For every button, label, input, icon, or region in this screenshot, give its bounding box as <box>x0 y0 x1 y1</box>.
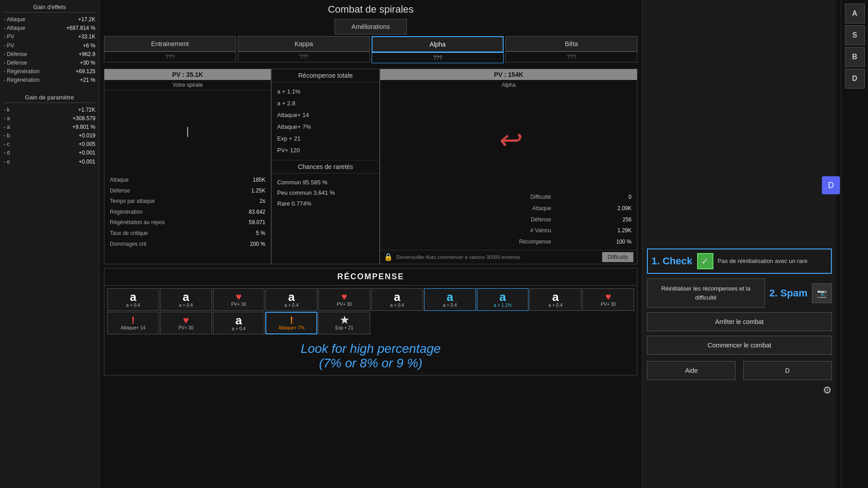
spam-step-label: 2. Spam <box>769 287 807 299</box>
sidebar-effet-row: - Défense+30 % <box>4 59 95 67</box>
enemy-stat-row: Difficulté0 <box>386 192 632 202</box>
far-right-panel: A S B D <box>841 0 868 488</box>
reward-cell[interactable]: a a + 0.4 <box>371 288 423 311</box>
sidebar-param-row: - k+1.72K <box>4 106 95 114</box>
tab-sub-0: ??? <box>104 52 236 62</box>
reward-cell[interactable]: a a + 0.4 <box>160 288 212 311</box>
sidebar-param-row: - a+9.801 % <box>4 123 95 131</box>
spam-section: Réinitialiser les récompenses et la diff… <box>647 278 832 308</box>
unlock-bar: 🔒 Déverrouiller Auto commencer à vaincre… <box>380 250 637 264</box>
player-hp-bar: PV : 35.1K <box>104 69 271 80</box>
reward-item: a + 1.1% <box>277 86 374 98</box>
player-stat-row: Dommages crit200 % <box>110 239 265 249</box>
reward-item: Exp + 21 <box>277 133 374 145</box>
reward-cell[interactable]: a a + 0.4 <box>424 288 476 311</box>
nav-tab-kappa: Kappa ??? <box>238 36 370 63</box>
reward-item: a + 2.8 <box>277 98 374 109</box>
player-stat-row: Temps par attaque2s <box>110 197 265 206</box>
right-panel-inner: 1. Check ✓ Pas de réinitialisation avec … <box>642 0 836 401</box>
reward-cell[interactable]: ♥ PV+ 30 <box>582 288 634 311</box>
discord-btn[interactable]: D <box>822 176 840 194</box>
sidebar-param-row: - e+0.001 <box>4 158 95 166</box>
enemy-stat-row: Récompense100 % <box>386 237 632 247</box>
far-right-a-btn[interactable]: A <box>845 4 865 23</box>
aide-btn[interactable]: Aide <box>647 361 736 380</box>
check-checkbox[interactable]: ✓ <box>697 253 713 269</box>
look-for-text: Look for high percentage(7% or 8% or 9 %… <box>104 337 637 375</box>
reward-section: RÉCOMPENSE a a + 0.4 a a + 0.4 ♥ PV+ 30 … <box>104 268 637 375</box>
reward-list: a + 1.1%a + 2.8Attaque+ 14Attaque+ 7%Exp… <box>272 82 379 160</box>
player-stat-row: Taux de critique5 % <box>110 229 265 239</box>
tab-main-3[interactable]: Bêta <box>505 36 637 52</box>
player-stat-row: Régénération83.642 <box>110 207 265 217</box>
reward-cell[interactable]: ! Attaque+ 7% <box>265 312 317 334</box>
ameliorations-btn[interactable]: Améliorations <box>335 19 407 34</box>
discord-icon: D <box>828 181 834 190</box>
enemy-stat-row: # Vaincu1.29K <box>386 225 632 236</box>
lock-icon: 🔒 <box>384 253 393 261</box>
gain-effets-title: Gain d'effets <box>4 4 95 13</box>
reward-cell[interactable]: ♥ PV+ 30 <box>213 288 265 311</box>
gear-btn[interactable]: ⚙ <box>823 385 832 396</box>
enemy-stat-row: Attaque2.09K <box>386 203 632 214</box>
player-arena-label: Votre spirale <box>104 80 271 90</box>
player-stats: Attaque185KDéfense1.25KTemps par attaque… <box>104 172 271 253</box>
top-nav: Combat de spirales Améliorations Entrain… <box>99 0 642 67</box>
enemy-squiggle: ↩ <box>497 124 520 155</box>
sidebar-effet-row: - Régénération+69.125 <box>4 67 95 76</box>
rarity-item: Rare 0.774% <box>277 198 374 209</box>
reward-cell[interactable]: a a + 0.4 <box>529 288 581 311</box>
difficulty-button[interactable]: Difficulty <box>602 252 633 262</box>
reset-rewards-btn[interactable]: Réinitialiser les récompenses et la diff… <box>647 278 765 308</box>
tab-main-1[interactable]: Kappa <box>238 36 370 52</box>
tab-main-2[interactable]: Alpha <box>372 36 504 52</box>
tab-sub-3: ??? <box>505 52 637 62</box>
player-stat-row: Attaque185K <box>110 175 265 185</box>
reward-cell[interactable]: ♥ PV+ 30 <box>318 288 370 311</box>
sidebar-effet-row: - Attaque+17.2K <box>4 15 95 24</box>
enemy-stat-row: Défense256 <box>386 215 632 225</box>
tab-sub-2: ??? <box>372 52 504 63</box>
sidebar-effet-row: - Attaque+687.814 % <box>4 24 95 33</box>
tab-sub-1: ??? <box>238 52 370 62</box>
nav-tabs: Entrainement ??? Kappa ??? Alpha ??? Bêt… <box>104 36 637 63</box>
sidebar-param-row: - c+0.005 <box>4 140 95 149</box>
stop-combat-btn[interactable]: Arrêter le combat <box>647 312 832 331</box>
sidebar-param-row: - b+0.019 <box>4 131 95 140</box>
reward-item: Attaque+ 14 <box>277 109 374 121</box>
reward-item: PV+ 120 <box>277 145 374 156</box>
tab-main-0[interactable]: Entrainement <box>104 36 236 52</box>
player-panel: PV : 35.1K Votre spirale | Attaque185KDé… <box>104 69 271 264</box>
main-area: Combat de spirales Améliorations Entrain… <box>99 0 642 488</box>
reward-item: Attaque+ 7% <box>277 121 374 133</box>
check-section: 1. Check ✓ Pas de réinitialisation avec … <box>647 249 832 274</box>
reward-cell[interactable]: a a + 0.4 <box>265 288 317 311</box>
unlock-text: Déverrouiller Auto commencer à vaincre 3… <box>396 254 599 260</box>
check-text: Pas de réinitialisation avec un rare <box>718 257 808 265</box>
player-sprite: | <box>186 125 189 137</box>
far-right-s-btn[interactable]: S <box>845 25 865 45</box>
enemy-hp-bar: PV : 154K <box>380 69 637 80</box>
center-panel: Récompense totale a + 1.1%a + 2.8Attaque… <box>271 69 380 264</box>
reward-cell[interactable]: ♥ PV+ 30 <box>160 312 212 334</box>
d-btn-bottom[interactable]: D <box>743 361 832 380</box>
enemy-stats: Difficulté0Attaque2.09KDéfense256# Vainc… <box>380 189 637 250</box>
player-stat-row: Régénétation au repos59.071 <box>110 218 265 228</box>
screenshot-btn[interactable]: 📷 <box>812 283 832 303</box>
page-title: Combat de spirales <box>104 4 637 15</box>
chances-header: Chances de raretés <box>272 160 379 174</box>
sidebar-param-row: - a+308.579 <box>4 114 95 123</box>
reward-cell[interactable]: a a + 0.4 <box>213 312 265 334</box>
reward-cell[interactable]: ★ Exp + 21 <box>318 312 370 334</box>
start-combat-btn[interactable]: Commencer le combat <box>647 336 832 355</box>
reward-cell[interactable]: ! Attaque+ 14 <box>107 312 159 334</box>
enemy-arena: ↩ <box>380 90 637 189</box>
right-panel: 1. Check ✓ Pas de réinitialisation avec … <box>642 0 836 488</box>
reward-grid: a a + 0.4 a a + 0.4 ♥ PV+ 30 a a + 0.4 ♥… <box>104 286 637 337</box>
nav-tab-bêta: Bêta ??? <box>505 36 637 63</box>
far-right-d-btn[interactable]: D <box>845 69 865 89</box>
reward-cell[interactable]: a a + 0.4 <box>107 288 159 311</box>
far-right-b-btn[interactable]: B <box>845 47 865 67</box>
sidebar-effet-row: - Défense+962.9 <box>4 50 95 59</box>
reward-cell[interactable]: a a + 1.1% <box>477 288 529 311</box>
